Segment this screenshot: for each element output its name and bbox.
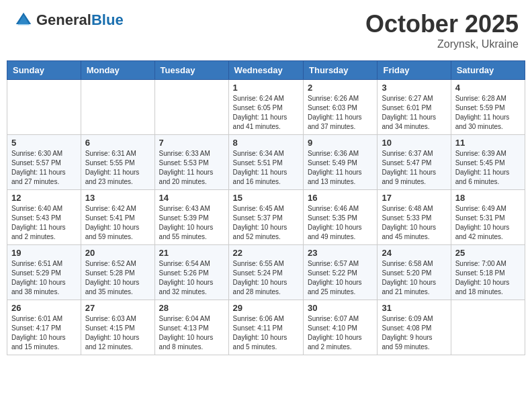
day-number: 5 (11, 138, 77, 148)
month-title: October 2025 (365, 10, 519, 38)
weekday-header: Sunday (7, 61, 81, 80)
day-number: 9 (308, 138, 373, 148)
day-info: Sunrise: 6:58 AM Sunset: 5:20 PM Dayligh… (382, 259, 446, 297)
calendar-day-cell (81, 80, 154, 135)
day-info: Sunrise: 6:04 AM Sunset: 4:13 PM Dayligh… (159, 314, 224, 352)
calendar-day-cell: 31Sunrise: 6:09 AM Sunset: 4:08 PM Dayli… (378, 300, 451, 355)
day-number: 2 (308, 83, 373, 93)
calendar-day-cell: 20Sunrise: 6:52 AM Sunset: 5:28 PM Dayli… (81, 245, 154, 300)
calendar-day-cell: 5Sunrise: 6:30 AM Sunset: 5:57 PM Daylig… (7, 135, 81, 190)
calendar-day-cell: 16Sunrise: 6:46 AM Sunset: 5:35 PM Dayli… (304, 190, 378, 245)
day-number: 23 (308, 248, 373, 258)
calendar-day-cell (154, 80, 228, 135)
calendar-day-cell: 30Sunrise: 6:07 AM Sunset: 4:10 PM Dayli… (304, 300, 378, 355)
day-number: 14 (159, 193, 224, 203)
calendar-day-cell: 3Sunrise: 6:27 AM Sunset: 6:01 PM Daylig… (378, 80, 451, 135)
day-number: 21 (159, 248, 224, 258)
logo-icon (13, 10, 34, 30)
day-info: Sunrise: 6:30 AM Sunset: 5:57 PM Dayligh… (11, 149, 77, 187)
day-info: Sunrise: 6:48 AM Sunset: 5:33 PM Dayligh… (382, 204, 446, 242)
day-info: Sunrise: 6:09 AM Sunset: 4:08 PM Dayligh… (382, 314, 446, 352)
calendar-week-row: 1Sunrise: 6:24 AM Sunset: 6:05 PM Daylig… (7, 80, 525, 135)
day-number: 8 (233, 138, 299, 148)
day-number: 1 (233, 83, 299, 93)
day-info: Sunrise: 6:40 AM Sunset: 5:43 PM Dayligh… (11, 204, 77, 242)
location-subtitle: Zorynsk, Ukraine (365, 38, 519, 50)
calendar-day-cell: 18Sunrise: 6:49 AM Sunset: 5:31 PM Dayli… (451, 190, 525, 245)
day-number: 10 (382, 138, 446, 148)
day-number: 17 (382, 193, 446, 203)
day-number: 28 (159, 303, 224, 313)
day-number: 29 (233, 303, 299, 313)
day-number: 24 (382, 248, 446, 258)
day-info: Sunrise: 6:45 AM Sunset: 5:37 PM Dayligh… (233, 204, 299, 242)
day-number: 7 (159, 138, 224, 148)
day-info: Sunrise: 6:26 AM Sunset: 6:03 PM Dayligh… (308, 94, 373, 132)
calendar-day-cell: 24Sunrise: 6:58 AM Sunset: 5:20 PM Dayli… (378, 245, 451, 300)
day-info: Sunrise: 6:55 AM Sunset: 5:24 PM Dayligh… (233, 259, 299, 297)
weekday-header: Saturday (451, 61, 525, 80)
calendar-day-cell: 22Sunrise: 6:55 AM Sunset: 5:24 PM Dayli… (228, 245, 303, 300)
day-number: 13 (85, 193, 150, 203)
calendar-day-cell: 12Sunrise: 6:40 AM Sunset: 5:43 PM Dayli… (7, 190, 81, 245)
day-number: 16 (308, 193, 373, 203)
day-number: 4 (455, 83, 521, 93)
day-info: Sunrise: 6:43 AM Sunset: 5:39 PM Dayligh… (159, 204, 224, 242)
day-info: Sunrise: 6:31 AM Sunset: 5:55 PM Dayligh… (85, 149, 150, 187)
day-info: Sunrise: 6:49 AM Sunset: 5:31 PM Dayligh… (455, 204, 521, 242)
logo-blue-text: Blue (91, 13, 124, 28)
day-info: Sunrise: 6:51 AM Sunset: 5:29 PM Dayligh… (11, 259, 77, 297)
day-info: Sunrise: 6:03 AM Sunset: 4:15 PM Dayligh… (85, 314, 150, 352)
calendar-day-cell: 28Sunrise: 6:04 AM Sunset: 4:13 PM Dayli… (154, 300, 228, 355)
day-info: Sunrise: 6:42 AM Sunset: 5:41 PM Dayligh… (85, 204, 150, 242)
weekday-header: Monday (81, 61, 154, 80)
calendar-day-cell: 7Sunrise: 6:33 AM Sunset: 5:53 PM Daylig… (154, 135, 228, 190)
title-block: October 2025 Zorynsk, Ukraine (365, 10, 519, 50)
day-number: 3 (382, 83, 446, 93)
day-number: 20 (85, 248, 150, 258)
day-info: Sunrise: 6:28 AM Sunset: 5:59 PM Dayligh… (455, 94, 521, 132)
calendar-day-cell: 15Sunrise: 6:45 AM Sunset: 5:37 PM Dayli… (228, 190, 303, 245)
day-number: 30 (308, 303, 373, 313)
calendar-week-row: 19Sunrise: 6:51 AM Sunset: 5:29 PM Dayli… (7, 245, 525, 300)
day-number: 27 (85, 303, 150, 313)
day-number: 26 (11, 303, 77, 313)
calendar-day-cell: 21Sunrise: 6:54 AM Sunset: 5:26 PM Dayli… (154, 245, 228, 300)
weekday-header: Wednesday (228, 61, 303, 80)
day-number: 31 (382, 303, 446, 313)
day-info: Sunrise: 6:01 AM Sunset: 4:17 PM Dayligh… (11, 314, 77, 352)
weekday-header: Friday (378, 61, 451, 80)
day-info: Sunrise: 6:06 AM Sunset: 4:11 PM Dayligh… (233, 314, 299, 352)
calendar-day-cell: 10Sunrise: 6:37 AM Sunset: 5:47 PM Dayli… (378, 135, 451, 190)
calendar-day-cell: 29Sunrise: 6:06 AM Sunset: 4:11 PM Dayli… (228, 300, 303, 355)
calendar-day-cell (7, 80, 81, 135)
calendar-day-cell: 1Sunrise: 6:24 AM Sunset: 6:05 PM Daylig… (228, 80, 303, 135)
calendar-day-cell: 27Sunrise: 6:03 AM Sunset: 4:15 PM Dayli… (81, 300, 154, 355)
calendar-day-cell: 8Sunrise: 6:34 AM Sunset: 5:51 PM Daylig… (228, 135, 303, 190)
calendar-day-cell: 9Sunrise: 6:36 AM Sunset: 5:49 PM Daylig… (304, 135, 378, 190)
calendar-day-cell: 13Sunrise: 6:42 AM Sunset: 5:41 PM Dayli… (81, 190, 154, 245)
calendar-day-cell: 19Sunrise: 6:51 AM Sunset: 5:29 PM Dayli… (7, 245, 81, 300)
day-info: Sunrise: 6:24 AM Sunset: 6:05 PM Dayligh… (233, 94, 299, 132)
day-number: 15 (233, 193, 299, 203)
calendar-day-cell: 6Sunrise: 6:31 AM Sunset: 5:55 PM Daylig… (81, 135, 154, 190)
logo: General Blue (13, 10, 124, 30)
day-info: Sunrise: 6:39 AM Sunset: 5:45 PM Dayligh… (455, 149, 521, 187)
calendar-day-cell: 2Sunrise: 6:26 AM Sunset: 6:03 PM Daylig… (304, 80, 378, 135)
logo-general-text: General (36, 13, 91, 28)
calendar-day-cell: 17Sunrise: 6:48 AM Sunset: 5:33 PM Dayli… (378, 190, 451, 245)
day-info: Sunrise: 6:07 AM Sunset: 4:10 PM Dayligh… (308, 314, 373, 352)
day-info: Sunrise: 6:54 AM Sunset: 5:26 PM Dayligh… (159, 259, 224, 297)
day-info: Sunrise: 6:36 AM Sunset: 5:49 PM Dayligh… (308, 149, 373, 187)
day-info: Sunrise: 6:33 AM Sunset: 5:53 PM Dayligh… (159, 149, 224, 187)
calendar-table: SundayMondayTuesdayWednesdayThursdayFrid… (7, 60, 525, 355)
day-info: Sunrise: 6:37 AM Sunset: 5:47 PM Dayligh… (382, 149, 446, 187)
day-info: Sunrise: 7:00 AM Sunset: 5:18 PM Dayligh… (455, 259, 521, 297)
weekday-header: Thursday (304, 61, 378, 80)
calendar-day-cell: 25Sunrise: 7:00 AM Sunset: 5:18 PM Dayli… (451, 245, 525, 300)
page-header: General Blue October 2025 Zorynsk, Ukrai… (7, 7, 525, 54)
day-number: 19 (11, 248, 77, 258)
calendar-day-cell: 23Sunrise: 6:57 AM Sunset: 5:22 PM Dayli… (304, 245, 378, 300)
day-number: 18 (455, 193, 521, 203)
calendar-day-cell (451, 300, 525, 355)
